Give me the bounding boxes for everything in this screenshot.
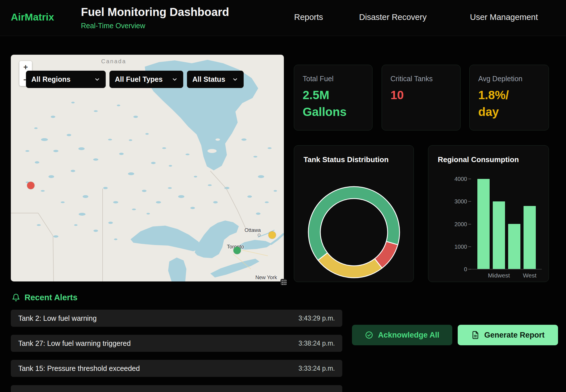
total-fuel-card: Total Fuel 2.5M Gallons bbox=[294, 65, 372, 130]
critical-tanks-card: Critical Tanks 10 bbox=[382, 65, 461, 130]
alert-message: Tank 2: Low fuel warning bbox=[18, 314, 97, 322]
alert-time: 3:33:24 p.m. bbox=[298, 365, 335, 372]
critical-tanks-value: 10 bbox=[390, 87, 452, 104]
stat-label: Avg Depletion bbox=[478, 75, 540, 83]
chevron-down-icon bbox=[94, 76, 100, 83]
stat-label: Total Fuel bbox=[303, 75, 364, 83]
y-tick-label: 1000 bbox=[436, 243, 467, 250]
x-tick-label-midwest: Midwest bbox=[488, 272, 510, 279]
map-filter-bar: All Regions All Fuel Types All Status bbox=[26, 71, 244, 88]
map-label-new-york: New York bbox=[255, 275, 277, 281]
y-tick-mark bbox=[468, 269, 471, 270]
stat-value-line: Gallons bbox=[303, 104, 364, 121]
bell-icon bbox=[12, 293, 20, 302]
page-subtitle: Real-Time Overview bbox=[81, 22, 145, 30]
bar-south bbox=[508, 224, 520, 269]
bar-northeast bbox=[477, 179, 490, 269]
alert-message: Tank 27: Low fuel warning triggered bbox=[18, 339, 131, 348]
acknowledge-all-button[interactable]: Acknowledge All bbox=[352, 325, 452, 345]
fuel-type-filter-value: All Fuel Types bbox=[115, 75, 163, 83]
donut-segment-warning bbox=[318, 253, 382, 278]
stat-value-line: 10 bbox=[390, 87, 452, 104]
alert-message: Tank 15: Pressure threshold exceeded bbox=[18, 364, 140, 373]
chevron-down-icon bbox=[172, 76, 178, 83]
y-tick-label: 3000 bbox=[436, 198, 467, 205]
generate-report-button[interactable]: Generate Report bbox=[458, 325, 558, 345]
alert-row[interactable]: Tank 2: Low fuel warning 3:43:29 p.m. bbox=[11, 310, 342, 327]
tank-marker-warning[interactable] bbox=[268, 231, 276, 239]
chart-title: Tank Status Distribution bbox=[304, 155, 389, 164]
acknowledge-all-label: Acknowledge All bbox=[378, 331, 439, 340]
stat-value-line: day bbox=[478, 104, 540, 121]
bar-midwest bbox=[493, 201, 505, 269]
nav-user-management[interactable]: User Management bbox=[470, 13, 538, 22]
alert-time: 3:43:29 p.m. bbox=[298, 315, 335, 322]
chevron-down-icon bbox=[232, 76, 238, 83]
chart-title: Regional Consumption bbox=[438, 155, 519, 164]
bar-chart-baseline bbox=[471, 269, 542, 270]
avg-depletion-value: 1.8%/ day bbox=[478, 87, 540, 121]
generate-report-label: Generate Report bbox=[484, 331, 545, 340]
x-tick-label-west: West bbox=[523, 272, 536, 279]
bar-chart-y-axis: 01000200030004000 bbox=[428, 179, 474, 269]
tank-marker-critical[interactable] bbox=[27, 182, 34, 189]
alert-row-partial bbox=[11, 385, 342, 392]
map-label-ottawa: Ottawa bbox=[245, 227, 261, 233]
stat-value-line: 1.8%/ bbox=[478, 87, 540, 104]
avg-depletion-card: Avg Depletion 1.8%/ day bbox=[469, 65, 549, 130]
map-canvas[interactable]: Canada Ottawa Toronto New York bbox=[11, 55, 284, 281]
alert-time: 3:38:24 p.m. bbox=[298, 340, 335, 347]
y-tick-mark bbox=[468, 224, 471, 224]
ottawa-city-dot bbox=[258, 234, 260, 236]
tank-status-donut-chart bbox=[294, 177, 414, 282]
fuel-type-filter-select[interactable]: All Fuel Types bbox=[109, 71, 183, 88]
document-icon bbox=[471, 331, 480, 339]
tank-map-panel[interactable]: Canada Ottawa Toronto New York + − All R… bbox=[11, 55, 284, 281]
bar-west bbox=[524, 206, 536, 269]
y-tick-mark bbox=[468, 246, 471, 247]
regional-consumption-card: Regional Consumption 01000200030004000 M… bbox=[428, 145, 549, 282]
y-tick-label: 0 bbox=[436, 266, 467, 273]
fuel-monitoring-dashboard: AirMatrix Fuel Monitoring Dashboard Real… bbox=[0, 0, 566, 392]
app-logo[interactable]: AirMatrix bbox=[11, 11, 54, 23]
regional-consumption-bar-chart bbox=[474, 179, 539, 269]
check-circle-icon bbox=[365, 331, 373, 339]
resize-handle[interactable] bbox=[280, 279, 287, 285]
drag-dots-icon bbox=[281, 279, 286, 285]
nav-disaster-recovery[interactable]: Disaster Recovery bbox=[359, 13, 427, 22]
page-title: Fuel Monitoring Dashboard bbox=[81, 6, 229, 19]
y-tick-label: 2000 bbox=[436, 221, 467, 228]
y-tick-label: 4000 bbox=[436, 175, 467, 182]
status-filter-value: All Status bbox=[192, 75, 225, 83]
recent-alerts-title: Recent Alerts bbox=[25, 293, 78, 302]
status-filter-select[interactable]: All Status bbox=[187, 71, 244, 88]
stat-value-line: 2.5M bbox=[303, 87, 364, 104]
y-tick-mark bbox=[468, 179, 471, 179]
tank-status-distribution-card: Tank Status Distribution bbox=[294, 145, 414, 282]
bar-chart-x-axis: MidwestWest bbox=[474, 272, 539, 281]
nav-reports[interactable]: Reports bbox=[294, 13, 323, 22]
alert-row[interactable]: Tank 15: Pressure threshold exceeded 3:3… bbox=[11, 360, 342, 377]
stat-label: Critical Tanks bbox=[390, 75, 452, 83]
total-fuel-value: 2.5M Gallons bbox=[303, 87, 364, 121]
region-filter-select[interactable]: All Regions bbox=[26, 71, 106, 88]
alert-row[interactable]: Tank 27: Low fuel warning triggered 3:38… bbox=[11, 335, 342, 352]
recent-alerts-header: Recent Alerts bbox=[12, 293, 78, 302]
y-tick-mark bbox=[468, 201, 471, 202]
region-filter-value: All Regions bbox=[31, 75, 71, 83]
top-bar: AirMatrix Fuel Monitoring Dashboard Real… bbox=[0, 0, 566, 36]
map-label-canada: Canada bbox=[101, 58, 126, 65]
tank-marker-normal[interactable] bbox=[233, 247, 241, 254]
